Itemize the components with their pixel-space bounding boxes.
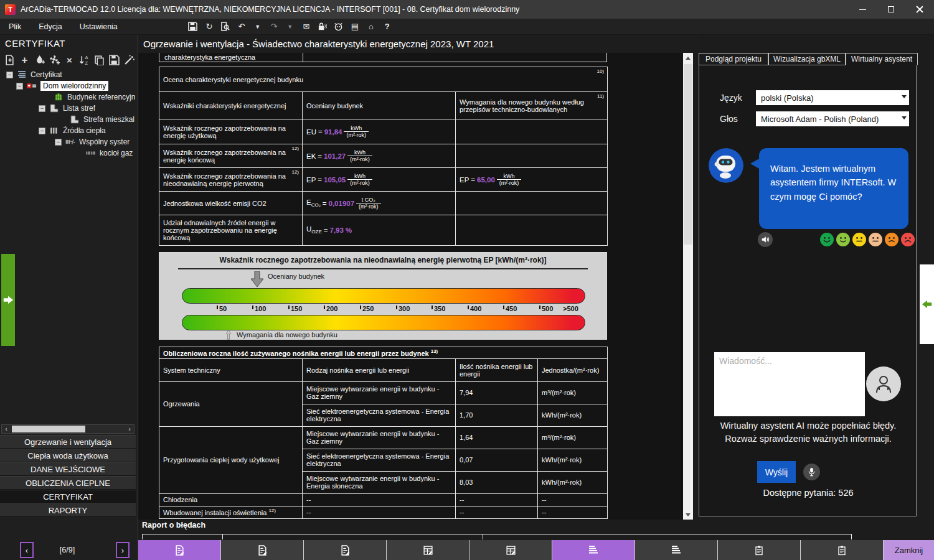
collapse-icon[interactable]: − — [6, 72, 13, 78]
save-icon[interactable] — [186, 20, 200, 34]
report-table-button-1[interactable] — [387, 540, 469, 560]
tree-item-budynek-referencyjny[interactable]: Budynek referencyjn — [0, 91, 138, 103]
tree-item-kociol-gazowy[interactable]: kocioł gaz — [0, 147, 138, 159]
requirement-ep: EP=65,00 kWh(m²∙rok) — [456, 168, 608, 192]
svg-text:Z: Z — [85, 60, 88, 65]
refresh-icon[interactable]: ↻ — [202, 20, 216, 34]
tree-item-zrodla-ciepla[interactable]: − Źródła ciepła — [0, 125, 138, 136]
nav-obliczenia-cieplne[interactable]: OBLICZENIA CIEPLNE — [0, 476, 136, 490]
send-mail-icon[interactable]: ✉ — [300, 20, 313, 34]
amount-cell: 1,70 — [456, 404, 538, 426]
save-project-icon[interactable] — [108, 54, 121, 67]
emoji-neutral-icon[interactable] — [852, 233, 866, 246]
tab-podglad-projektu[interactable]: Podgląd projektu — [699, 53, 768, 65]
document-title: Ogrzewanie i wentylacja - Świadectwo cha… — [143, 39, 494, 49]
tab-wizualizacja-gbxml[interactable]: Wizualizacja gbXML — [768, 53, 846, 65]
home-alert-icon[interactable]: ⌂ — [364, 20, 378, 34]
collapse-icon[interactable]: − — [39, 105, 45, 112]
col-header-wymagania: Wymagania dla nowego budynku według prze… — [456, 92, 608, 119]
add-element-icon[interactable]: + — [18, 54, 31, 67]
redo-options-icon[interactable]: ▼ — [283, 20, 297, 34]
report-page-button-2[interactable] — [221, 540, 304, 560]
tab-wirtualny-asystent[interactable]: Wirtualny asystent — [846, 53, 918, 65]
emoji-slightly-unhappy-icon[interactable] — [869, 233, 882, 246]
app-window: T ArCADia-TERMOCAD 12.0 Licencja dla: WE… — [0, 0, 934, 560]
menu-ustawienia[interactable]: Ustawienia — [71, 19, 126, 35]
copy-element-icon[interactable] — [93, 54, 106, 67]
radiator-fan-icon — [65, 137, 75, 147]
report-page-button-1[interactable] — [138, 540, 221, 560]
language-select[interactable]: polski (Polska) — [756, 90, 909, 105]
tree-item-dom-wielorodzinny[interactable]: − Dom wielorodzinny — [0, 80, 138, 91]
ep-gradient-bar-bottom — [182, 315, 585, 330]
menu-edycja[interactable]: Edycja — [30, 19, 71, 35]
emoji-unhappy-icon[interactable] — [885, 233, 899, 246]
sidebar-expand-handle[interactable] — [1, 254, 15, 346]
sidebar-horizontal-scrollbar[interactable]: ‹ › — [1, 424, 134, 434]
print-preview-icon[interactable] — [219, 20, 232, 34]
message-input[interactable] — [714, 352, 865, 416]
add-ventilation-icon[interactable] — [48, 54, 61, 67]
collapse-icon[interactable]: − — [16, 83, 23, 90]
scrollbar-thumb[interactable] — [12, 426, 85, 432]
report-page-button-3[interactable] — [304, 540, 387, 560]
delete-element-icon[interactable]: × — [63, 54, 76, 67]
collapse-icon[interactable]: − — [39, 128, 45, 134]
emoji-happy-icon[interactable] — [836, 233, 850, 246]
next-page-button[interactable]: › — [116, 542, 130, 558]
scroll-right-icon[interactable]: › — [125, 425, 134, 433]
summary-list-button-1[interactable] — [552, 540, 635, 560]
undo-icon[interactable]: ↶ — [235, 20, 248, 34]
nav-ogrzewanie-i-wentylacja[interactable]: Ogrzewanie i wentylacja — [0, 435, 136, 449]
send-button[interactable]: Wyślij — [757, 461, 796, 483]
certificate-document[interactable]: charakterystyka energetyczna Ocena chara… — [138, 53, 683, 520]
report-document-icon[interactable]: ▤ — [348, 20, 362, 34]
clipboard-report-button-1[interactable] — [718, 540, 801, 560]
panel-collapse-handle[interactable] — [920, 264, 934, 344]
scrollbar-thumb[interactable] — [684, 64, 692, 245]
nav-dane-wejsciowe[interactable]: DANE WEJŚCIOWE — [0, 462, 136, 476]
collapse-icon[interactable]: − — [55, 139, 62, 146]
speaker-button[interactable] — [758, 232, 773, 247]
tree-item-wspolny-system[interactable]: − Wspólny syster — [0, 136, 138, 147]
tree-item-lista-stref[interactable]: − Lista stref — [0, 103, 138, 114]
license-lock-icon[interactable] — [316, 20, 329, 34]
page-pager: ‹ [6/9] › — [0, 540, 138, 560]
close-report-button[interactable]: Zamknij — [884, 540, 934, 560]
new-certificate-icon[interactable] — [3, 54, 16, 67]
nav-ciepla-woda-uzytkowa[interactable]: Ciepła woda użytkowa — [0, 449, 136, 462]
boiler-icon — [86, 148, 96, 158]
minimize-button[interactable] — [848, 0, 877, 19]
person-icon — [872, 373, 895, 395]
undo-options-icon[interactable]: ▼ — [251, 20, 265, 34]
wizard-icon[interactable] — [123, 54, 136, 67]
document-vertical-scrollbar[interactable] — [683, 53, 693, 520]
clipboard-report-button-2[interactable] — [801, 540, 884, 560]
nav-certyfikat[interactable]: CERTYFIKAT — [0, 490, 136, 503]
row-label-co2: Jednostkowa wielkość emisji CO2 — [159, 192, 303, 215]
close-button[interactable] — [905, 0, 934, 19]
ep-axis-ticks: 50 100 150 200 250 300 350 400 450 500 >… — [159, 305, 608, 314]
tree-item-strefa-mieszkalna[interactable]: Strefa mieszkal — [0, 114, 138, 125]
nav-raporty[interactable]: RAPORTY — [0, 503, 136, 517]
voice-select[interactable]: Microsoft Adam - Polish (Poland) — [756, 111, 909, 126]
report-table-button-2[interactable] — [469, 540, 552, 560]
scroll-up-icon[interactable] — [683, 53, 693, 63]
redo-icon[interactable]: ↷ — [267, 20, 281, 34]
prev-page-button[interactable]: ‹ — [20, 542, 34, 558]
add-heat-source-icon[interactable] — [33, 54, 46, 67]
menu-plik[interactable]: Plik — [0, 19, 30, 35]
reference-building-icon — [54, 92, 64, 102]
mic-button[interactable] — [803, 464, 820, 480]
maximize-button[interactable] — [877, 0, 905, 19]
summary-list-button-2[interactable] — [635, 540, 718, 560]
scroll-left-icon[interactable]: ‹ — [2, 425, 11, 433]
emoji-very-happy-icon[interactable] — [820, 233, 834, 246]
sort-elements-icon[interactable]: AZ — [78, 54, 91, 67]
emoji-very-unhappy-icon[interactable] — [901, 233, 915, 246]
tree-item-certyfikat[interactable]: − Certyfikat — [0, 69, 138, 80]
scrollbar-track[interactable] — [11, 425, 125, 433]
scroll-down-icon[interactable] — [683, 510, 693, 520]
assistant-robot-icon[interactable] — [332, 20, 346, 34]
help-icon[interactable]: ? — [380, 20, 394, 34]
